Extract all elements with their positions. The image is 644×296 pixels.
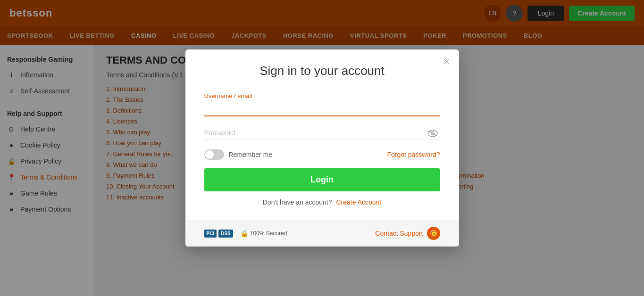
svg-text:🙂: 🙂 bbox=[431, 231, 436, 237]
password-input[interactable] bbox=[204, 126, 440, 140]
modal-header: Sign in to your account × bbox=[185, 49, 459, 83]
forgot-password-link[interactable]: Forgot password? bbox=[387, 151, 440, 158]
create-account-modal-link[interactable]: Create Account bbox=[336, 198, 381, 206]
security-badges: PCI DSS 🔒 100% Secured bbox=[204, 230, 287, 238]
login-modal: Sign in to your account × Username / ema… bbox=[185, 49, 459, 247]
secured-label: 100% Secured bbox=[250, 230, 287, 237]
modal-footer: PCI DSS 🔒 100% Secured Contact Support 🙂 bbox=[185, 220, 459, 247]
login-submit-button[interactable]: Login bbox=[204, 168, 440, 191]
remember-me-toggle[interactable] bbox=[204, 149, 224, 160]
secured-badge: 🔒 100% Secured bbox=[240, 230, 287, 237]
remember-row: Remember me Forgot password? bbox=[204, 149, 440, 160]
no-account-text: Don't have an account? bbox=[263, 198, 332, 206]
contact-support-label: Contact Support bbox=[375, 230, 423, 237]
show-password-icon[interactable] bbox=[427, 130, 438, 140]
toggle-slider bbox=[204, 149, 224, 160]
contact-support-button[interactable]: Contact Support 🙂 bbox=[375, 227, 440, 240]
dss-label: DSS bbox=[218, 230, 233, 238]
pci-label: PCI bbox=[204, 230, 217, 238]
lock-secured-icon: 🔒 bbox=[240, 230, 248, 237]
modal-body: Username / email bbox=[185, 83, 459, 220]
no-account-row: Don't have an account? Create Account bbox=[204, 198, 440, 206]
modal-overlay[interactable]: Sign in to your account × Username / ema… bbox=[0, 0, 644, 296]
username-input[interactable] bbox=[204, 102, 440, 116]
support-circle-icon: 🙂 bbox=[427, 227, 440, 240]
pci-badge: PCI DSS bbox=[204, 230, 233, 238]
remember-me-label: Remember me bbox=[229, 151, 273, 158]
modal-title: Sign in to your account bbox=[204, 64, 440, 78]
username-label: Username / email bbox=[204, 92, 440, 99]
username-form-group: Username / email bbox=[204, 92, 440, 116]
remember-left: Remember me bbox=[204, 149, 273, 160]
password-form-group bbox=[204, 126, 440, 140]
modal-close-button[interactable]: × bbox=[443, 57, 450, 67]
